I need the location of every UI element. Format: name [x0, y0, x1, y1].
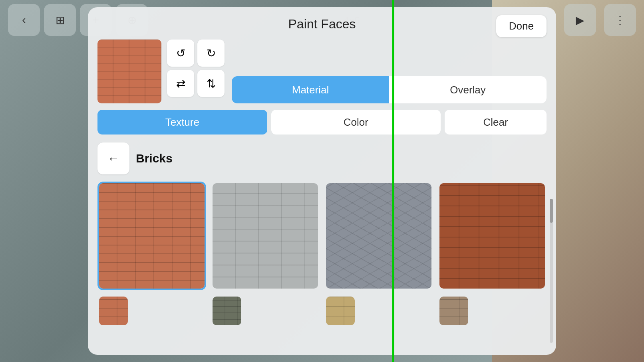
play-icon: ▶	[576, 14, 584, 27]
flip-vertical-icon: ⇅	[207, 77, 216, 90]
play-button[interactable]: ▶	[564, 4, 596, 36]
texture-item-stone[interactable]	[324, 182, 433, 290]
overlay-tab[interactable]: Overlay	[389, 76, 547, 103]
material-tab[interactable]: Material	[232, 76, 389, 103]
flip-horizontal-button[interactable]: ⇄	[167, 70, 194, 97]
rotate-row-1: ↺ ↻	[167, 40, 225, 67]
back-toolbar-button[interactable]: ‹	[8, 4, 40, 36]
texture-item-partial-1[interactable]	[97, 295, 129, 327]
top-controls-area: ↺ ↻ ⇄ ⇅ Material Overlay	[97, 40, 547, 103]
category-row: ← Bricks	[97, 142, 547, 174]
grid-icon: ⊞	[56, 14, 65, 27]
rotate-row-2: ⇄ ⇅	[167, 70, 225, 97]
more-button[interactable]: ⋮	[604, 4, 636, 36]
rotate-right-icon: ↻	[207, 47, 216, 60]
brick-gray-swatch	[213, 183, 318, 289]
preview-texture	[97, 40, 161, 103]
flip-horizontal-icon: ⇄	[176, 77, 185, 90]
texture-button[interactable]: Texture	[97, 110, 267, 135]
partial-swatch-1	[99, 297, 128, 325]
scroll-indicator	[550, 199, 553, 343]
flip-vertical-button[interactable]: ⇅	[197, 70, 225, 97]
rotate-left-icon: ↺	[176, 47, 185, 60]
texture-item-partial-3[interactable]	[324, 295, 356, 327]
brick-red2-swatch	[439, 183, 545, 289]
scroll-thumb[interactable]	[550, 199, 553, 223]
grid-button[interactable]: ⊞	[44, 4, 76, 36]
texture-item-red-brick[interactable]	[97, 182, 206, 290]
stone-swatch	[326, 183, 431, 289]
partial-swatch-2	[213, 297, 241, 325]
partial-swatch-3	[326, 297, 355, 325]
type-row: Texture Color Clear	[97, 110, 547, 135]
dialog-title-row: Paint Faces Done	[97, 17, 547, 32]
clear-button[interactable]: Clear	[445, 110, 547, 135]
paint-faces-dialog: Paint Faces Done ↺ ↻ ⇄ ⇅	[88, 7, 556, 355]
rotate-left-button[interactable]: ↺	[167, 40, 194, 67]
texture-item-partial-4[interactable]	[438, 295, 470, 327]
texture-item-gray-brick[interactable]	[211, 182, 320, 290]
partial-swatch-4	[439, 297, 468, 325]
material-preview	[97, 40, 161, 103]
texture-grid	[97, 182, 547, 327]
rotate-right-button[interactable]: ↻	[197, 40, 225, 67]
rotate-controls: ↺ ↻ ⇄ ⇅	[167, 40, 225, 97]
texture-item-partial-2[interactable]	[211, 295, 243, 327]
dialog-title: Paint Faces	[288, 17, 356, 32]
mode-tabs: Material Overlay	[232, 76, 547, 103]
back-icon: ←	[107, 152, 119, 165]
category-title: Bricks	[136, 152, 173, 165]
more-icon: ⋮	[614, 14, 626, 27]
brick-red-swatch	[99, 183, 205, 289]
green-line-overlay	[392, 0, 394, 362]
color-button[interactable]: Color	[271, 110, 441, 135]
done-button[interactable]: Done	[496, 15, 547, 37]
category-back-button[interactable]: ←	[97, 142, 129, 174]
back-arrow-icon: ‹	[22, 14, 26, 26]
texture-item-red-brick-2[interactable]	[438, 182, 547, 290]
